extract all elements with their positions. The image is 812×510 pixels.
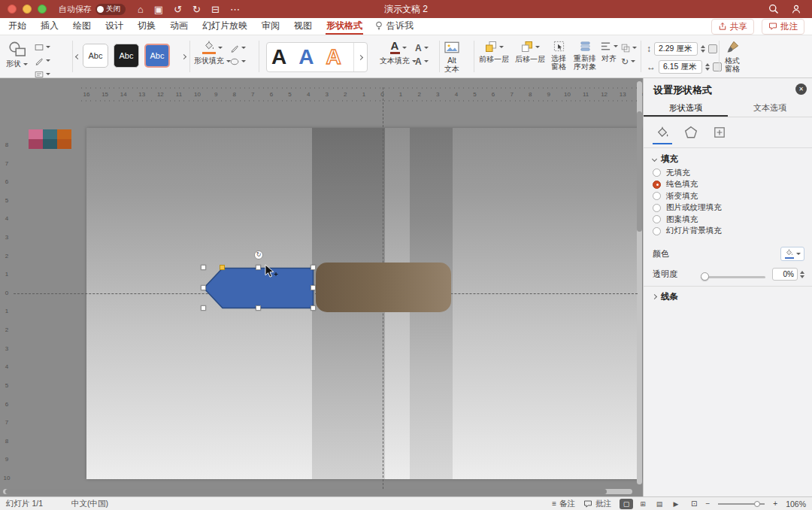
bring-forward-button[interactable]: 前移一层 — [479, 41, 509, 64]
color-swatch[interactable] — [43, 129, 57, 139]
close-window-button[interactable] — [8, 5, 17, 14]
zoom-slider[interactable] — [718, 500, 765, 508]
shape-style-preset[interactable]: Abc — [83, 44, 108, 68]
color-swatch[interactable] — [29, 129, 43, 139]
selection-handle[interactable] — [201, 265, 206, 270]
edit-shape-button[interactable] — [35, 56, 50, 65]
format-pane-button[interactable]: 格式窗格 — [725, 41, 740, 73]
vertical-scrollbar-thumb[interactable] — [637, 111, 642, 232]
vertical-scrollbar[interactable] — [637, 81, 642, 484]
redo-icon[interactable]: ↻ — [192, 5, 201, 14]
panel-tab[interactable]: 文本选项 — [728, 101, 812, 117]
wordart-style-orange-outline[interactable]: A — [326, 47, 341, 68]
ribbon-tab[interactable]: 视图 — [293, 18, 313, 35]
height-stepper[interactable] — [701, 45, 705, 53]
fill-option[interactable]: 渐变填充 — [653, 192, 807, 200]
step-down-icon[interactable] — [705, 68, 710, 71]
search-icon[interactable] — [768, 4, 779, 14]
fill-option[interactable]: 图案填充 — [653, 215, 807, 223]
comments-button[interactable]: 批注 — [583, 499, 611, 509]
horizontal-scrollbar[interactable] — [3, 489, 632, 494]
home-icon[interactable]: ⌂ — [138, 5, 144, 14]
alt-text-button[interactable]: Alt文本 — [444, 41, 460, 73]
text-fill-button[interactable]: A 文本填充 — [380, 41, 417, 65]
reorder-objects-button[interactable]: 重新排序对象 — [574, 41, 596, 71]
panel-tab[interactable]: 形状选项 — [644, 101, 728, 117]
slideshow-button[interactable]: ▶ — [669, 499, 683, 509]
wordart-style-black[interactable]: A — [271, 47, 286, 68]
text-effects-button[interactable]: A — [415, 56, 429, 66]
slide-indicator[interactable]: 幻灯片 1/1 — [6, 499, 43, 509]
draw-rectangle-button[interactable] — [35, 42, 50, 52]
wordart-gallery-more-button[interactable] — [353, 43, 362, 71]
fill-color-picker-button[interactable] — [780, 247, 804, 261]
selection-handle[interactable] — [256, 305, 261, 311]
size-properties-tab-button[interactable] — [710, 123, 729, 141]
fullscreen-window-button[interactable] — [38, 5, 47, 14]
ribbon-tab[interactable]: 审阅 — [261, 18, 280, 35]
fill-option[interactable]: 无填充 — [653, 168, 807, 177]
ribbon-tab[interactable]: 插入 — [40, 18, 59, 35]
step-down-icon[interactable] — [800, 275, 804, 278]
color-swatch[interactable] — [29, 139, 43, 149]
align-button[interactable]: 对齐 — [600, 41, 618, 63]
undo-icon[interactable]: ↺ — [174, 5, 182, 14]
step-up-icon[interactable] — [800, 271, 804, 274]
comments-button[interactable]: 批注 — [762, 19, 804, 35]
color-swatch[interactable] — [57, 139, 71, 149]
selection-handle[interactable] — [311, 265, 316, 270]
shape-width-input[interactable]: 6.15 厘米 — [659, 60, 702, 74]
insert-shape-button[interactable]: 形状 — [6, 41, 28, 68]
ribbon-tab[interactable]: 绘图 — [72, 18, 92, 35]
fit-slide-button[interactable]: ⊡ — [691, 500, 697, 508]
slider-knob[interactable] — [701, 272, 709, 281]
minimize-window-button[interactable] — [23, 5, 32, 14]
preset-scroll-left-icon[interactable] — [75, 54, 80, 59]
group-objects-button[interactable] — [621, 43, 637, 53]
fill-option[interactable]: 纯色填充 — [653, 181, 807, 189]
scale-width-icon[interactable] — [713, 62, 722, 71]
scale-height-icon[interactable] — [708, 44, 717, 53]
step-up-icon[interactable] — [701, 45, 705, 48]
shape-outline-button[interactable] — [230, 43, 246, 53]
selection-pane-button[interactable]: 选择窗格 — [551, 41, 566, 71]
account-icon[interactable] — [791, 4, 801, 14]
slider-track[interactable] — [701, 276, 765, 278]
transparency-slider[interactable] — [701, 272, 765, 281]
save-icon[interactable]: ▣ — [154, 5, 163, 14]
print-icon[interactable]: ⊟ — [211, 5, 220, 14]
width-stepper[interactable] — [705, 63, 710, 71]
color-swatch[interactable] — [57, 129, 71, 139]
fill-option[interactable]: 幻灯片背景填充 — [653, 227, 807, 235]
slide-canvas[interactable]: ↻ — [86, 128, 641, 479]
notes-button[interactable]: ≡ 备注 — [552, 499, 575, 509]
wordart-style-blue[interactable]: A — [298, 47, 314, 68]
ribbon-tab[interactable]: 切换 — [137, 18, 156, 35]
shape-height-input[interactable]: 2.29 厘米 — [654, 42, 698, 56]
rotate-objects-button[interactable]: ↻ — [621, 56, 637, 66]
normal-view-button[interactable]: ▢ — [620, 499, 633, 509]
ribbon-tab[interactable]: 幻灯片放映 — [201, 18, 248, 35]
transparency-stepper[interactable] — [800, 271, 804, 278]
preset-scroll-right-icon[interactable] — [181, 54, 186, 59]
shape-effects-button[interactable] — [230, 56, 246, 66]
selection-handle[interactable] — [311, 305, 316, 311]
fill-section-header[interactable]: 填充 — [653, 153, 678, 165]
language-indicator[interactable]: 中文(中国) — [71, 499, 108, 509]
selection-handle[interactable] — [201, 305, 206, 311]
autosave-toggle[interactable]: 自动保存 关闭 — [59, 4, 126, 15]
step-up-icon[interactable] — [705, 63, 710, 66]
zoom-out-button[interactable]: − — [705, 500, 710, 508]
ribbon-tab[interactable]: 设计 — [105, 18, 124, 35]
shape-style-preset[interactable]: Abc — [144, 44, 170, 68]
transparency-value[interactable]: 0% — [772, 268, 798, 281]
panel-close-button[interactable]: ✕ — [795, 83, 807, 95]
selection-handle[interactable] — [256, 265, 261, 270]
step-down-icon[interactable] — [701, 50, 705, 53]
zoom-in-button[interactable]: + — [773, 500, 777, 508]
line-section-header[interactable]: 线条 — [653, 291, 678, 302]
ribbon-tab[interactable]: 动画 — [169, 18, 189, 35]
shape-adjust-handle[interactable] — [220, 265, 225, 270]
zoom-slider-knob[interactable] — [754, 501, 760, 507]
horizontal-scrollbar-thumb[interactable] — [5, 489, 607, 494]
